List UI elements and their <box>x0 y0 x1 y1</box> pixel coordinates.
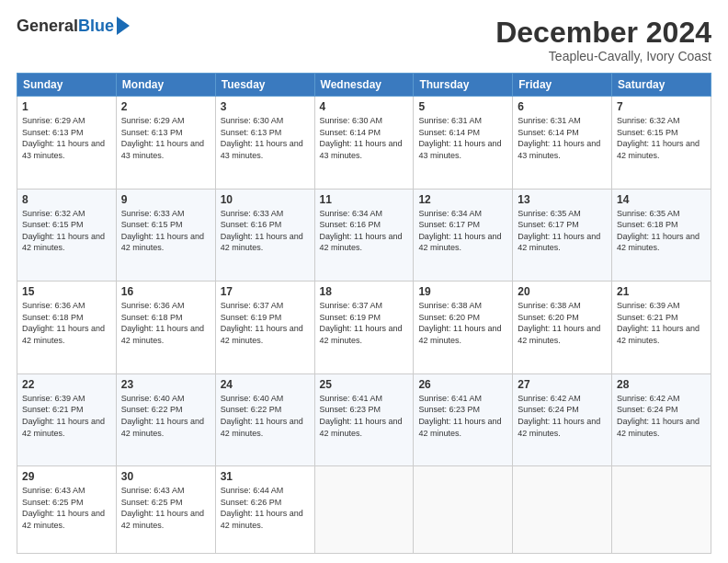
table-cell: 15 Sunrise: 6:36 AM Sunset: 6:18 PM Dayl… <box>17 282 117 374</box>
day-info: Sunrise: 6:44 AM Sunset: 6:26 PM Dayligh… <box>221 485 310 531</box>
day-info: Sunrise: 6:29 AM Sunset: 6:13 PM Dayligh… <box>121 115 210 161</box>
day-number: 10 <box>221 193 310 206</box>
day-info: Sunrise: 6:40 AM Sunset: 6:22 PM Dayligh… <box>121 393 210 439</box>
day-info: Sunrise: 6:36 AM Sunset: 6:18 PM Dayligh… <box>121 300 210 346</box>
header-thursday: Thursday <box>414 74 513 97</box>
day-number: 31 <box>221 470 310 483</box>
table-cell: 1 Sunrise: 6:29 AM Sunset: 6:13 PM Dayli… <box>17 97 117 190</box>
logo-blue: Blue <box>78 17 114 36</box>
day-info: Sunrise: 6:34 AM Sunset: 6:16 PM Dayligh… <box>320 208 409 254</box>
calendar: Sunday Monday Tuesday Wednesday Thursday… <box>17 73 711 554</box>
day-info: Sunrise: 6:42 AM Sunset: 6:24 PM Dayligh… <box>518 393 607 439</box>
table-cell <box>414 466 513 554</box>
day-number: 29 <box>22 470 111 483</box>
table-cell: 25 Sunrise: 6:41 AM Sunset: 6:23 PM Dayl… <box>314 373 414 466</box>
header-tuesday: Tuesday <box>215 74 314 97</box>
day-info: Sunrise: 6:43 AM Sunset: 6:25 PM Dayligh… <box>22 485 111 531</box>
day-info: Sunrise: 6:35 AM Sunset: 6:18 PM Dayligh… <box>617 208 706 254</box>
day-info: Sunrise: 6:36 AM Sunset: 6:18 PM Dayligh… <box>22 300 111 346</box>
logo-arrow-icon <box>117 17 130 35</box>
day-info: Sunrise: 6:33 AM Sunset: 6:15 PM Dayligh… <box>121 208 210 254</box>
day-number: 23 <box>121 378 210 391</box>
day-number: 24 <box>221 378 310 391</box>
day-number: 5 <box>418 100 507 113</box>
day-number: 2 <box>121 100 210 113</box>
table-cell: 26 Sunrise: 6:41 AM Sunset: 6:23 PM Dayl… <box>414 373 513 466</box>
table-cell: 21 Sunrise: 6:39 AM Sunset: 6:21 PM Dayl… <box>612 282 711 374</box>
day-number: 22 <box>22 378 111 391</box>
day-info: Sunrise: 6:35 AM Sunset: 6:17 PM Dayligh… <box>518 208 607 254</box>
day-number: 9 <box>121 193 210 206</box>
table-cell: 18 Sunrise: 6:37 AM Sunset: 6:19 PM Dayl… <box>314 282 414 374</box>
title-block: December 2024 Teapleu-Cavally, Ivory Coa… <box>495 17 711 63</box>
header-monday: Monday <box>116 74 215 97</box>
table-cell: 27 Sunrise: 6:42 AM Sunset: 6:24 PM Dayl… <box>513 373 612 466</box>
table-cell: 6 Sunrise: 6:31 AM Sunset: 6:14 PM Dayli… <box>513 97 612 190</box>
table-cell: 13 Sunrise: 6:35 AM Sunset: 6:17 PM Dayl… <box>513 189 612 282</box>
header-sunday: Sunday <box>17 74 117 97</box>
day-number: 30 <box>121 470 210 483</box>
table-cell: 12 Sunrise: 6:34 AM Sunset: 6:17 PM Dayl… <box>414 189 513 282</box>
table-cell: 4 Sunrise: 6:30 AM Sunset: 6:14 PM Dayli… <box>314 97 414 190</box>
table-cell <box>513 466 612 554</box>
day-info: Sunrise: 6:31 AM Sunset: 6:14 PM Dayligh… <box>518 115 607 161</box>
table-cell: 9 Sunrise: 6:33 AM Sunset: 6:15 PM Dayli… <box>116 189 215 282</box>
table-cell: 16 Sunrise: 6:36 AM Sunset: 6:18 PM Dayl… <box>116 282 215 374</box>
day-number: 14 <box>617 193 706 206</box>
day-number: 12 <box>418 193 507 206</box>
days-header-row: Sunday Monday Tuesday Wednesday Thursday… <box>17 74 711 97</box>
day-number: 8 <box>22 193 111 206</box>
day-number: 17 <box>221 285 310 298</box>
header: General Blue December 2024 Teapleu-Caval… <box>17 17 711 63</box>
table-cell: 29 Sunrise: 6:43 AM Sunset: 6:25 PM Dayl… <box>17 466 117 554</box>
day-info: Sunrise: 6:38 AM Sunset: 6:20 PM Dayligh… <box>418 300 507 346</box>
day-number: 4 <box>320 100 409 113</box>
table-cell: 11 Sunrise: 6:34 AM Sunset: 6:16 PM Dayl… <box>314 189 414 282</box>
table-cell: 3 Sunrise: 6:30 AM Sunset: 6:13 PM Dayli… <box>215 97 314 190</box>
day-info: Sunrise: 6:39 AM Sunset: 6:21 PM Dayligh… <box>22 393 111 439</box>
day-info: Sunrise: 6:37 AM Sunset: 6:19 PM Dayligh… <box>320 300 409 346</box>
day-info: Sunrise: 6:32 AM Sunset: 6:15 PM Dayligh… <box>617 115 706 161</box>
table-cell: 8 Sunrise: 6:32 AM Sunset: 6:15 PM Dayli… <box>17 189 117 282</box>
day-info: Sunrise: 6:32 AM Sunset: 6:15 PM Dayligh… <box>22 208 111 254</box>
table-cell: 23 Sunrise: 6:40 AM Sunset: 6:22 PM Dayl… <box>116 373 215 466</box>
logo: General Blue <box>17 17 130 36</box>
header-wednesday: Wednesday <box>314 74 414 97</box>
day-number: 21 <box>617 285 706 298</box>
day-number: 3 <box>221 100 310 113</box>
day-number: 1 <box>22 100 111 113</box>
table-cell: 14 Sunrise: 6:35 AM Sunset: 6:18 PM Dayl… <box>612 189 711 282</box>
table-cell: 30 Sunrise: 6:43 AM Sunset: 6:25 PM Dayl… <box>116 466 215 554</box>
day-info: Sunrise: 6:37 AM Sunset: 6:19 PM Dayligh… <box>221 300 310 346</box>
day-number: 20 <box>518 285 607 298</box>
table-cell <box>314 466 414 554</box>
day-number: 13 <box>518 193 607 206</box>
day-number: 26 <box>418 378 507 391</box>
day-info: Sunrise: 6:41 AM Sunset: 6:23 PM Dayligh… <box>320 393 409 439</box>
table-cell: 2 Sunrise: 6:29 AM Sunset: 6:13 PM Dayli… <box>116 97 215 190</box>
day-info: Sunrise: 6:40 AM Sunset: 6:22 PM Dayligh… <box>221 393 310 439</box>
day-number: 18 <box>320 285 409 298</box>
day-info: Sunrise: 6:29 AM Sunset: 6:13 PM Dayligh… <box>22 115 111 161</box>
table-cell: 5 Sunrise: 6:31 AM Sunset: 6:14 PM Dayli… <box>414 97 513 190</box>
logo-general: General <box>17 17 78 36</box>
day-info: Sunrise: 6:34 AM Sunset: 6:17 PM Dayligh… <box>418 208 507 254</box>
day-number: 19 <box>418 285 507 298</box>
day-number: 11 <box>320 193 409 206</box>
table-cell: 28 Sunrise: 6:42 AM Sunset: 6:24 PM Dayl… <box>612 373 711 466</box>
table-cell <box>612 466 711 554</box>
table-cell: 31 Sunrise: 6:44 AM Sunset: 6:26 PM Dayl… <box>215 466 314 554</box>
day-info: Sunrise: 6:38 AM Sunset: 6:20 PM Dayligh… <box>518 300 607 346</box>
day-info: Sunrise: 6:42 AM Sunset: 6:24 PM Dayligh… <box>617 393 706 439</box>
table-cell: 20 Sunrise: 6:38 AM Sunset: 6:20 PM Dayl… <box>513 282 612 374</box>
header-friday: Friday <box>513 74 612 97</box>
day-number: 27 <box>518 378 607 391</box>
table-cell: 24 Sunrise: 6:40 AM Sunset: 6:22 PM Dayl… <box>215 373 314 466</box>
day-info: Sunrise: 6:41 AM Sunset: 6:23 PM Dayligh… <box>418 393 507 439</box>
month-title: December 2024 <box>495 17 711 49</box>
day-number: 16 <box>121 285 210 298</box>
table-cell: 7 Sunrise: 6:32 AM Sunset: 6:15 PM Dayli… <box>612 97 711 190</box>
day-info: Sunrise: 6:30 AM Sunset: 6:13 PM Dayligh… <box>221 115 310 161</box>
day-info: Sunrise: 6:43 AM Sunset: 6:25 PM Dayligh… <box>121 485 210 531</box>
day-number: 6 <box>518 100 607 113</box>
